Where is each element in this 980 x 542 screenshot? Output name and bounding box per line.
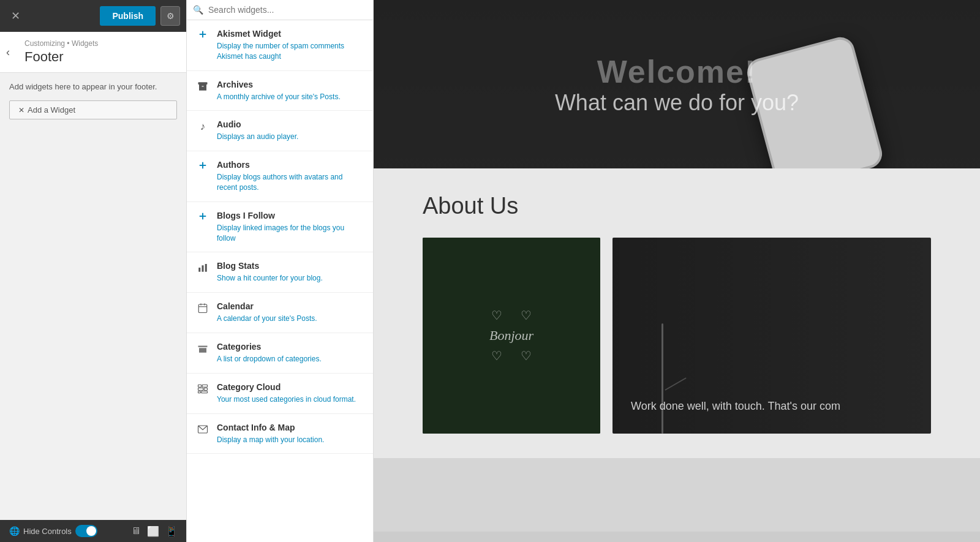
footer-description: Add widgets here to appear in your foote…	[0, 73, 186, 100]
archives-name: Archives	[217, 80, 341, 89]
about-image-text: Work done well, with touch. That's our c…	[612, 379, 859, 434]
svg-rect-19	[202, 391, 208, 393]
blog-stats-icon	[196, 262, 209, 276]
category-cloud-name: Category Cloud	[217, 382, 356, 392]
authors-name: Authors	[217, 160, 364, 170]
widget-item-blog-stats[interactable]: Blog Stats Show a hit counter for your b…	[187, 252, 373, 293]
widget-item-calendar[interactable]: Calendar A calendar of your site's Posts…	[187, 293, 373, 333]
preview-hero: Welcome! What can we do for you?	[374, 0, 980, 168]
svg-rect-14	[198, 385, 202, 387]
top-bar: ✕ Publish ⚙	[0, 0, 186, 32]
hide-controls-bar: 🌐 Hide Controls 🖥 ⬜ 📱	[0, 520, 187, 542]
akismet-name: Akismet Widget	[217, 29, 364, 39]
blogs-follow-desc: Display linked images for the blogs you …	[217, 223, 364, 244]
category-cloud-desc: Your most used categories in cloud forma…	[217, 394, 356, 405]
chalk-text: Bonjour	[489, 328, 533, 344]
svg-rect-10	[198, 304, 207, 313]
search-icon: 🔍	[193, 5, 203, 15]
add-widget-label: Add a Widget	[28, 105, 75, 115]
audio-desc: Displays an audio player.	[217, 132, 298, 142]
close-button[interactable]: ✕	[6, 7, 25, 25]
globe-icon: 🌐	[9, 526, 20, 536]
widget-item-blogs-follow[interactable]: Blogs I Follow Display linked images for…	[187, 202, 373, 253]
about-title: About Us	[423, 193, 931, 219]
archives-icon	[196, 81, 209, 94]
chalk-hearts-top: ♡ ♡	[491, 308, 532, 323]
search-bar: 🔍	[187, 0, 373, 20]
hide-controls-label: Hide Controls	[23, 527, 72, 536]
svg-rect-18	[198, 391, 201, 393]
about-image-1: ♡ ♡ Bonjour ♡ ♡	[423, 238, 600, 434]
add-widget-button[interactable]: ✕ Add a Widget	[9, 100, 177, 119]
widget-item-contact-info[interactable]: Contact Info & Map Display a map with yo…	[187, 414, 373, 454]
tablet-icon[interactable]: ⬜	[147, 525, 159, 537]
contact-info-desc: Display a map with your location.	[217, 435, 324, 445]
svg-rect-17	[204, 388, 207, 390]
chalkboard: ♡ ♡ Bonjour ♡ ♡	[423, 238, 600, 434]
hide-controls-left: 🌐 Hide Controls	[9, 525, 97, 537]
widget-panel: 🔍 Akismet Widget Display the number of s…	[187, 0, 374, 542]
audio-name: Audio	[217, 119, 298, 129]
search-input[interactable]	[208, 5, 367, 15]
calendar-name: Calendar	[217, 301, 317, 311]
archives-desc: A monthly archive of your site's Posts.	[217, 92, 341, 102]
akismet-desc: Display the number of spam comments Akis…	[217, 41, 364, 62]
audio-icon: ♪	[196, 121, 209, 133]
section-title: Footer	[24, 49, 177, 65]
widget-item-akismet[interactable]: Akismet Widget Display the number of spa…	[187, 20, 373, 71]
categories-desc: A list or dropdown of categories.	[217, 354, 322, 364]
svg-rect-16	[198, 388, 203, 390]
add-widget-icon: ✕	[18, 106, 24, 115]
svg-rect-2	[198, 82, 208, 85]
preview-bottom	[374, 458, 980, 532]
blogs-follow-name: Blogs I Follow	[217, 211, 364, 220]
widget-item-category-cloud[interactable]: Category Cloud Your most used categories…	[187, 374, 373, 414]
categories-name: Categories	[217, 342, 322, 352]
svg-rect-7	[198, 268, 200, 272]
blog-stats-name: Blog Stats	[217, 261, 323, 271]
blog-stats-desc: Show a hit counter for your blog.	[217, 273, 323, 284]
akismet-icon	[196, 29, 209, 43]
categories-icon	[196, 343, 209, 356]
main-content-area: Add widgets here to appear in your foote…	[0, 73, 186, 542]
publish-button[interactable]: Publish	[100, 6, 156, 26]
contact-info-name: Contact Info & Map	[217, 423, 324, 432]
svg-rect-15	[202, 385, 207, 387]
breadcrumb-area: ‹ Customizing • Widgets Footer	[0, 32, 186, 73]
widget-item-audio[interactable]: ♪ Audio Displays an audio player.	[187, 111, 373, 151]
breadcrumb: Customizing • Widgets	[24, 39, 177, 48]
mobile-icon[interactable]: 📱	[165, 525, 178, 537]
preview-panel: Welcome! What can we do for you? About U…	[374, 0, 980, 542]
about-image-2: Work done well, with touch. That's our c…	[612, 238, 931, 434]
hide-controls-toggle[interactable]	[75, 525, 97, 537]
settings-button[interactable]: ⚙	[160, 6, 180, 26]
contact-info-icon	[196, 424, 209, 437]
widget-item-authors[interactable]: Authors Display blogs authors with avata…	[187, 151, 373, 202]
blogs-follow-icon	[196, 211, 209, 225]
authors-desc: Display blogs authors with avatars and r…	[217, 172, 364, 193]
svg-rect-9	[205, 264, 207, 272]
desktop-icon[interactable]: 🖥	[131, 525, 141, 537]
widget-item-categories[interactable]: Categories A list or dropdown of categor…	[187, 333, 373, 374]
svg-rect-8	[202, 266, 204, 273]
category-cloud-icon	[196, 383, 209, 397]
back-arrow[interactable]: ‹	[6, 46, 10, 59]
hero-text: Welcome! What can we do for you?	[555, 53, 799, 116]
about-images: ♡ ♡ Bonjour ♡ ♡ Work done well, with tou…	[423, 238, 931, 434]
authors-icon	[196, 160, 209, 174]
chalk-hearts-bottom: ♡ ♡	[491, 348, 532, 363]
calendar-icon	[196, 303, 209, 316]
hero-tagline: What can we do for you?	[555, 90, 799, 116]
left-panel: ✕ Publish ⚙ ‹ Customizing • Widgets Foot…	[0, 0, 187, 542]
widget-item-archives[interactable]: Archives A monthly archive of your site'…	[187, 71, 373, 111]
preview-about: About Us ♡ ♡ Bonjour ♡ ♡	[374, 168, 980, 458]
device-icons: 🖥 ⬜ 📱	[131, 525, 178, 537]
hero-welcome: Welcome!	[555, 53, 799, 90]
calendar-desc: A calendar of your site's Posts.	[217, 314, 317, 324]
widget-list: Akismet Widget Display the number of spa…	[187, 20, 373, 542]
